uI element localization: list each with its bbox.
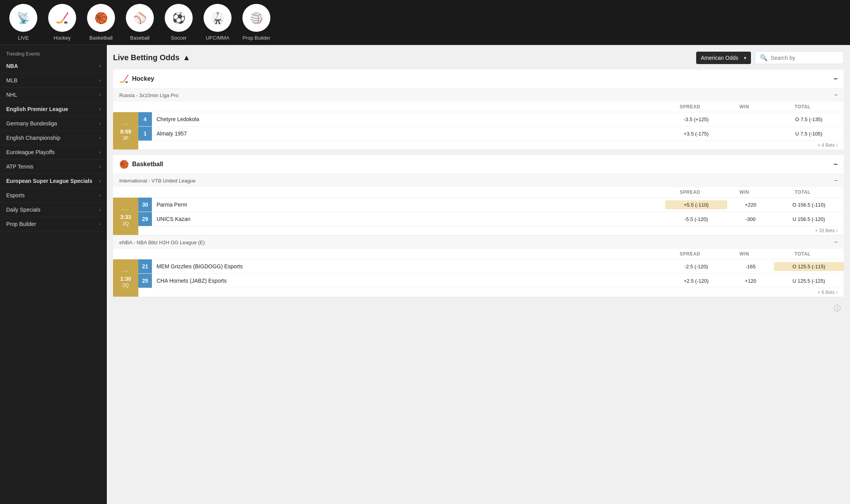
team-score-mem_cha-1: 25 — [138, 274, 152, 288]
sidebar-item-daily[interactable]: Daily Specials › — [0, 203, 107, 217]
win-parma_unics-1[interactable]: -300 — [727, 215, 774, 224]
sidebar-item-championship[interactable]: English Championship › — [0, 131, 107, 145]
search-bar[interactable]: 🔍 — [755, 51, 844, 64]
sport-nav-hockey[interactable]: 🏒 Hockey — [47, 4, 78, 41]
header-controls: American Odds 🔍 — [696, 51, 844, 64]
content-area: Live Betting Odds ▲ American Odds 🔍 🏒 Ho… — [107, 45, 850, 504]
team-row-parma_unics-1: 29UNICS Kazan-5.5 (-120)-300U 156.5 (-12… — [138, 212, 844, 226]
team-name-parma_unics-1: UNICS Kazan — [152, 216, 665, 222]
team-row-mem_cha-1: 25CHA Hornets (JABZ) Esports+2.5 (-120)+… — [138, 274, 844, 288]
odds-dropdown[interactable]: American Odds — [696, 52, 751, 64]
sidebar-item-atp[interactable]: ATP Tennis › — [0, 160, 107, 174]
league-collapse-russia_liga[interactable]: − — [834, 92, 838, 99]
league-name-russia_liga: Russia - 3x10min Liga Pro — [119, 92, 178, 98]
win-mem_cha-1[interactable]: +120 — [727, 276, 774, 285]
win-chetyre_almaty-1[interactable] — [727, 132, 774, 135]
team-name-chetyre_almaty-0: Chetyre Ledokola — [152, 116, 665, 122]
col-headers-russia_liga: SPREADWINTOTAL — [113, 102, 844, 112]
sidebar-item-epl[interactable]: English Premier League › — [0, 102, 107, 116]
more-bets-row-chetyre_almaty: + 4 Bets › — [138, 141, 844, 149]
sidebar-heading: Trending Events — [0, 48, 107, 59]
win-chetyre_almaty-0[interactable] — [727, 118, 774, 121]
sport-nav-soccer[interactable]: ⚽ Soccer — [163, 4, 194, 41]
collapse-btn-basketball[interactable]: − — [833, 160, 838, 169]
league-collapse-vtb_united[interactable]: − — [834, 177, 838, 184]
team-name-chetyre_almaty-1: Almaty 1957 — [152, 130, 665, 137]
search-icon: 🔍 — [760, 54, 768, 61]
col-headers-vtb_united: SPREADWINTOTAL — [113, 187, 844, 198]
team-name-mem_cha-0: MEM Grizzlies (BIGDOGG) Esports — [152, 263, 665, 269]
league-collapse-enba_blitz[interactable]: − — [834, 239, 838, 246]
spread-chetyre_almaty-0[interactable]: -3.5 (+125) — [665, 115, 727, 124]
total-parma_unics-1[interactable]: U 156.5 (-120) — [774, 215, 844, 224]
total-parma_unics-0[interactable]: O 156.5 (-110) — [774, 200, 844, 209]
sport-section-hockey: 🏒 Hockey − Russia - 3x10min Liga Pro − S… — [113, 70, 844, 150]
match-time-parma_unics: 3:33 — [120, 214, 131, 220]
sidebar-item-bundesliga[interactable]: Germany Bundesliga › — [0, 116, 107, 131]
col-header-spread: SPREAD — [659, 251, 721, 257]
sidebar-item-label-euroleague: Euroleague Playoffs — [6, 149, 55, 155]
page-title-text: Live Betting Odds — [113, 53, 179, 62]
spread-parma_unics-0[interactable]: +5.5 (-110) — [665, 200, 727, 209]
odds-dropdown-wrapper[interactable]: American Odds — [696, 52, 751, 64]
basketball-section-icon: 🏀 — [119, 160, 129, 169]
sidebar-item-nba[interactable]: NBA › — [0, 59, 107, 73]
sport-section-left-basketball: 🏀 Basketball — [119, 160, 163, 169]
team-row-parma_unics-0: 30Parma Perm+5.5 (-110)+220O 156.5 (-110… — [138, 198, 844, 212]
more-bets-link-parma_unics[interactable]: + 33 Bets › — [815, 228, 838, 233]
match-timer-chetyre_almaty: ··· 8:59 3P — [113, 112, 138, 149]
sidebar: Trending Events NBA › MLB › NHL › Englis… — [0, 45, 107, 504]
total-mem_cha-1[interactable]: U 125.5 (-125) — [774, 276, 844, 285]
baseball-label: Baseball — [130, 35, 150, 41]
total-chetyre_almaty-0[interactable]: O 7.5 (-135) — [774, 115, 844, 124]
sport-nav-baseball[interactable]: ⚾ Baseball — [124, 4, 155, 41]
sidebar-item-mlb[interactable]: MLB › — [0, 73, 107, 88]
sport-nav-ufc[interactable]: 🥋 UFC/MMA — [202, 4, 233, 41]
col-headers-enba_blitz: SPREADWINTOTAL — [113, 249, 844, 259]
search-input[interactable] — [771, 55, 839, 61]
sidebar-item-label-daily: Daily Specials — [6, 207, 40, 213]
sidebar-item-prop_builder[interactable]: Prop Builder › — [0, 217, 107, 231]
team-row-mem_cha-0: 21MEM Grizzlies (BIGDOGG) Esports-2.5 (-… — [138, 259, 844, 274]
sidebar-chevron-championship: › — [99, 135, 101, 141]
spread-parma_unics-1[interactable]: -5.5 (-120) — [665, 215, 727, 224]
total-mem_cha-0[interactable]: O 125.5 (-115) — [774, 262, 844, 271]
match-teams-mem_cha: 21MEM Grizzlies (BIGDOGG) Esports-2.5 (-… — [138, 259, 844, 297]
team-row-chetyre_almaty-1: 1Almaty 1957+3.5 (-175)U 7.5 (-105) — [138, 127, 844, 141]
spread-chetyre_almaty-1[interactable]: +3.5 (-175) — [665, 129, 727, 138]
sidebar-item-super_league[interactable]: European Super League Specials › — [0, 174, 107, 188]
sidebar-item-label-atp: ATP Tennis — [6, 163, 33, 170]
win-parma_unics-0[interactable]: +220 — [727, 200, 774, 209]
win-mem_cha-0[interactable]: -165 — [727, 262, 774, 271]
match-period-chetyre_almaty: 3P — [123, 136, 129, 141]
more-bets-link-mem_cha[interactable]: + 6 Bets › — [817, 290, 838, 295]
sidebar-item-esports[interactable]: Esports › — [0, 188, 107, 203]
more-bets-link-chetyre_almaty[interactable]: + 4 Bets › — [817, 143, 838, 148]
collapse-btn-hockey[interactable]: − — [833, 75, 838, 83]
hockey-icon: 🏒 — [48, 4, 76, 32]
basketball-icon: 🏀 — [87, 4, 115, 32]
total-chetyre_almaty-1[interactable]: U 7.5 (-105) — [774, 129, 844, 138]
spread-mem_cha-0[interactable]: -2.5 (-120) — [665, 262, 727, 271]
spread-mem_cha-1[interactable]: +2.5 (-120) — [665, 276, 727, 285]
match-mem_cha: ··· 1:30 2Q 21MEM Grizzlies (BIGDOGG) Es… — [113, 259, 844, 297]
sidebar-chevron-prop_builder: › — [99, 221, 101, 227]
match-dots-parma_unics: ··· — [122, 206, 129, 213]
prop-icon: 🏐 — [242, 4, 270, 32]
team-score-parma_unics-1: 29 — [138, 212, 152, 226]
sidebar-item-euroleague[interactable]: Euroleague Playoffs › — [0, 145, 107, 160]
match-timer-parma_unics: ··· 3:33 2Q — [113, 198, 138, 235]
match-teams-parma_unics: 30Parma Perm+5.5 (-110)+220O 156.5 (-110… — [138, 198, 844, 235]
team-row-chetyre_almaty-0: 4Chetyre Ledokola-3.5 (+125)O 7.5 (-135) — [138, 112, 844, 127]
match-dots-mem_cha: ··· — [122, 268, 129, 275]
col-header-win: WIN — [721, 189, 768, 195]
sport-nav-prop[interactable]: 🏐 Prop Builder — [241, 4, 272, 41]
scroll-indicator[interactable]: ⓘ — [113, 302, 844, 315]
sport-section-left-hockey: 🏒 Hockey — [119, 74, 154, 83]
sport-section-basketball: 🏀 Basketball − International - VTB Unite… — [113, 155, 844, 297]
baseball-icon: ⚾ — [126, 4, 154, 32]
sidebar-item-nhl[interactable]: NHL › — [0, 88, 107, 102]
sport-nav-basketball[interactable]: 🏀 Basketball — [85, 4, 117, 41]
match-time-mem_cha: 1:30 — [120, 276, 131, 282]
sport-nav-live[interactable]: 📡 LIVE — [8, 4, 39, 41]
